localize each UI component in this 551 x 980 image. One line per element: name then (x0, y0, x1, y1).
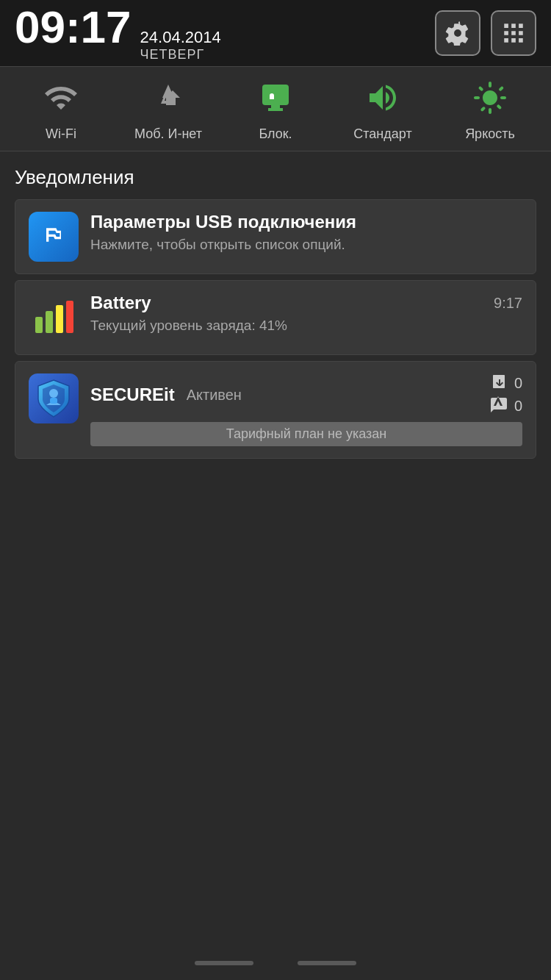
svg-rect-2 (268, 108, 283, 111)
qs-mobile-data[interactable]: Моб. И-нет (132, 80, 205, 142)
grid-icon (501, 21, 526, 46)
msg-count: 0 (514, 398, 522, 415)
battery-notification[interactable]: Battery 9:17 Текущий уровень заряда: 41% (15, 280, 536, 355)
svg-rect-4 (35, 317, 43, 333)
wifi-label: Wi-Fi (46, 126, 76, 142)
usb-notification-subtitle: Нажмите, чтобы открыть список опций. (90, 237, 522, 253)
secureit-notification-title: SECUREit (90, 385, 175, 405)
usb-icon-container (29, 212, 79, 262)
battery-title-row: Battery 9:17 (90, 293, 522, 313)
qs-volume[interactable]: Стандарт (346, 80, 419, 142)
qs-wifi[interactable]: Wi-Fi (24, 80, 98, 142)
qs-row: Wi-Fi Моб. И-нет (7, 80, 544, 142)
notifications-title: Уведомления (15, 166, 536, 189)
msg-counter-row: 0 (489, 396, 522, 416)
battery-notification-title: Battery (90, 293, 151, 313)
brightness-icon (472, 80, 508, 121)
gear-icon (445, 21, 470, 46)
battery-icon (32, 296, 75, 339)
secureit-notification-content: SECUREit Активен 0 (90, 373, 522, 446)
secureit-title-row: SECUREit Активен 0 (90, 373, 522, 416)
volume-label: Стандарт (353, 126, 411, 142)
usb-notification-title: Параметры USB подключения (90, 212, 356, 232)
secureit-notification[interactable]: SECUREit Активен 0 (15, 361, 536, 459)
svg-rect-5 (46, 311, 53, 333)
qs-screen-lock[interactable]: Блок. (239, 80, 312, 142)
usb-icon (39, 222, 68, 251)
weekday: ЧЕТВЕРГ (140, 47, 221, 62)
quick-settings: Wi-Fi Моб. И-нет (0, 66, 551, 151)
mobile-data-icon (151, 80, 186, 121)
usb-title-row: Параметры USB подключения (90, 212, 522, 232)
wifi-icon (43, 80, 79, 121)
clock: 09:17 (15, 4, 132, 50)
tariff-bar: Тарифный план не указан (90, 422, 522, 446)
notifications-section: Уведомления Параметры USB подключения На… (0, 151, 551, 472)
secureit-icon-container (29, 373, 79, 423)
time-block: 09:17 24.04.2014 ЧЕТВЕРГ (15, 4, 428, 62)
bottom-home-btn[interactable] (298, 961, 356, 965)
svg-rect-7 (66, 301, 73, 333)
status-bar: 09:17 24.04.2014 ЧЕТВЕРГ (0, 0, 551, 66)
call-count: 0 (514, 375, 522, 392)
message-icon (489, 396, 508, 416)
bottom-back-btn[interactable] (195, 961, 253, 965)
call-counter-row: 0 (489, 373, 522, 393)
secure-shield-icon (35, 379, 72, 418)
usb-notification[interactable]: Параметры USB подключения Нажмите, чтобы… (15, 199, 536, 274)
volume-icon (365, 80, 400, 121)
secureit-active-label: Активен (187, 387, 242, 404)
battery-notification-time: 9:17 (494, 295, 522, 312)
svg-rect-6 (56, 305, 63, 333)
screen-lock-icon (258, 80, 293, 121)
date: 24.04.2014 (140, 28, 221, 47)
mobile-data-label: Моб. И-нет (134, 126, 202, 142)
apps-button[interactable] (491, 10, 536, 56)
battery-notification-subtitle: Текущий уровень заряда: 41% (90, 318, 522, 334)
phone-icon (489, 373, 508, 393)
svg-rect-3 (265, 87, 286, 102)
svg-rect-9 (50, 398, 57, 404)
qs-brightness[interactable]: Яркость (453, 80, 527, 142)
brightness-label: Яркость (465, 126, 515, 142)
usb-notification-content: Параметры USB подключения Нажмите, чтобы… (90, 212, 522, 253)
screen-lock-label: Блок. (259, 126, 292, 142)
date-block: 24.04.2014 ЧЕТВЕРГ (140, 28, 221, 62)
status-icons (435, 10, 536, 56)
battery-notification-content: Battery 9:17 Текущий уровень заряда: 41% (90, 293, 522, 334)
battery-icon-container (29, 293, 79, 343)
settings-button[interactable] (435, 10, 480, 56)
bottom-bar (195, 961, 356, 965)
svg-point-8 (49, 389, 58, 398)
